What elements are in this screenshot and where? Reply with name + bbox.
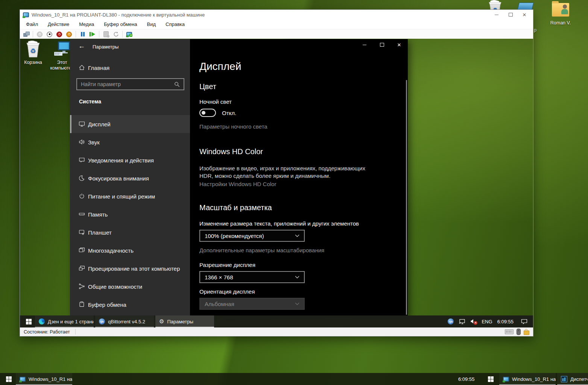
moon-icon [79, 175, 85, 181]
sidebar-item-shared-experiences[interactable]: Общие возможности [70, 277, 190, 296]
save-vm-button-disabled [103, 31, 109, 38]
windows-logo-icon [26, 319, 32, 324]
vm-taskbar: Дзен и еще 1 страни... qb qBittorrent v4… [20, 315, 533, 327]
vm-clock[interactable]: 6:09:55 [497, 319, 514, 324]
undo-icon [113, 31, 119, 37]
sidebar-item-label: Звук [88, 139, 100, 146]
sidebar-item-label: Планшет [88, 229, 112, 236]
ctrl-alt-del-button[interactable] [23, 31, 29, 38]
pause-vm-button[interactable] [79, 31, 86, 38]
vm-taskbar-edge-button[interactable]: Дзен и еще 1 страни... [35, 315, 94, 327]
host-clock[interactable]: 6:09:55 [458, 373, 474, 385]
multitasking-icon [79, 247, 85, 253]
vmconnect-app-icon [20, 377, 26, 382]
sidebar-item-label: Общие возможности [88, 283, 142, 290]
sidebar-item-label: Дисплей [88, 121, 111, 127]
chevron-down-icon [295, 302, 299, 305]
vmconnect-app-icon [23, 12, 29, 17]
svg-text:♻: ♻ [30, 47, 36, 55]
toolbar-separator [33, 31, 33, 38]
vm-close-button[interactable]: ✕ [519, 11, 530, 18]
restart-vm-button[interactable] [66, 31, 72, 38]
checkpoint-button[interactable]: + [126, 31, 132, 38]
settings-search-box[interactable] [76, 78, 184, 90]
resolution-dropdown[interactable]: 1366 × 768 [199, 271, 305, 283]
night-light-toggle[interactable]: Откл. [199, 109, 236, 117]
sidebar-item-power[interactable]: Питание и спящий режим [70, 187, 190, 205]
qbittorrent-tray-icon[interactable]: qb [448, 318, 454, 324]
sidebar-item-display[interactable]: Дисплей [70, 115, 190, 133]
vm-taskbar-qbittorrent-button[interactable]: qb qBittorrent v4.5.2 [95, 315, 154, 327]
sidebar-item-home[interactable]: Главная [70, 61, 190, 74]
settings-maximize-button[interactable] [373, 39, 390, 50]
settings-minimize-button[interactable] [356, 39, 373, 50]
vm-recycle-bin-icon[interactable]: ♻ Корзина [20, 41, 46, 65]
sidebar-item-label: Питание и спящий режим [88, 193, 155, 200]
sidebar-item-focus-assist[interactable]: Фокусировка внимания [70, 169, 190, 187]
sidebar-item-sound[interactable]: Звук [70, 133, 190, 151]
vm-titlebar[interactable]: Windows_10_R1 на PROLIANT-DL380 - подклю… [20, 10, 533, 20]
host-start-button[interactable] [0, 373, 17, 385]
sidebar-item-label: Уведомления и действия [88, 157, 154, 164]
edge-button-label: Дзен и еще 1 страни... [48, 319, 94, 324]
sidebar-item-projecting[interactable]: Проецирование на этот компьютер [70, 259, 190, 277]
taskmgr-button-label: Диспетчер [570, 376, 588, 382]
turn-off-vm-button[interactable] [46, 31, 53, 38]
menu-clipboard[interactable]: Буфер обмена [104, 21, 137, 27]
resume-vm-button[interactable] [89, 31, 96, 38]
resolution-label: Разрешение дисплея [199, 262, 255, 268]
notification-center-icon[interactable] [521, 318, 528, 325]
vm-window-title: Windows_10_R1 на PROLIANT-DL380 - подклю… [32, 12, 488, 18]
scale-section-heading: Масштаб и разметка [199, 203, 272, 212]
statusbar-separator [75, 329, 76, 335]
hdr-description: Изображение в видео, играх и приложениях… [199, 165, 367, 180]
vertical-scrollbar[interactable] [406, 80, 407, 315]
power-icon [79, 193, 85, 199]
shut-down-vm-button[interactable] [56, 31, 62, 38]
network-tray-icon[interactable] [459, 318, 465, 325]
mute-badge-icon: ✕ [474, 321, 477, 325]
home-icon [79, 64, 85, 71]
menu-action[interactable]: Действие [48, 21, 69, 27]
volume-muted-tray-icon[interactable]: ✕ [470, 318, 477, 324]
edge-icon [39, 318, 45, 324]
search-input[interactable] [77, 81, 174, 87]
scale-dropdown-value: 100% (рекомендуется) [205, 233, 264, 239]
clipboard-icon [79, 301, 85, 308]
language-indicator[interactable]: ENG [482, 319, 492, 324]
vm-taskbar-settings-button[interactable]: ⚙ Параметры [155, 315, 214, 327]
sidebar-item-label: Проецирование на этот компьютер [88, 265, 180, 272]
host-taskbar-vm-button-2[interactable]: Windows_10_R1 на P... [499, 373, 556, 385]
chevron-down-icon [295, 276, 299, 279]
vm-minimize-button[interactable] [491, 11, 502, 18]
qbittorrent-button-label: qBittorrent v4.5.2 [108, 319, 145, 324]
menu-view[interactable]: Вид [147, 21, 156, 27]
host-start-button-2[interactable] [482, 373, 499, 385]
chevron-down-icon [295, 234, 299, 237]
night-light-settings-link[interactable]: Параметры ночного света [199, 123, 267, 130]
menu-file[interactable]: Файл [26, 21, 38, 27]
sidebar-item-storage[interactable]: Память [70, 205, 190, 223]
sidebar-item-notifications[interactable]: Уведомления и действия [70, 151, 190, 169]
hdr-settings-link[interactable]: Настройки Windows HD Color [199, 181, 276, 187]
menu-media[interactable]: Медиа [79, 21, 94, 27]
projecting-icon [79, 265, 85, 271]
start-vm-button-disabled [36, 31, 43, 38]
sidebar-item-label: Многозадачность [88, 247, 134, 254]
toggle-switch-off-icon[interactable] [199, 109, 216, 117]
back-icon[interactable]: ← [78, 42, 85, 50]
settings-close-button[interactable]: ✕ [390, 39, 408, 50]
advanced-scaling-link[interactable]: Дополнительные параметры масштабирования [199, 247, 324, 253]
scale-dropdown[interactable]: 100% (рекомендуется) [199, 230, 305, 242]
sidebar-item-clipboard[interactable]: Буфер обмена [70, 296, 190, 314]
host-taskbar-taskmgr-button[interactable]: Диспетчер [557, 373, 588, 385]
host-taskbar-vm-button[interactable]: Windows_10_R1 на P... [16, 373, 72, 385]
hdr-section-heading: Windows HD Color [199, 147, 263, 156]
vm-maximize-button[interactable] [505, 11, 516, 18]
menu-help[interactable]: Справка [166, 21, 185, 27]
sidebar-item-tablet[interactable]: Планшет [70, 223, 190, 241]
sound-icon [79, 139, 85, 145]
sidebar-item-multitasking[interactable]: Многозадачность [70, 241, 190, 259]
host-vm-button2-label: Windows_10_R1 на P... [512, 376, 556, 382]
host-user-folder-icon[interactable]: Roman V. [542, 3, 579, 26]
